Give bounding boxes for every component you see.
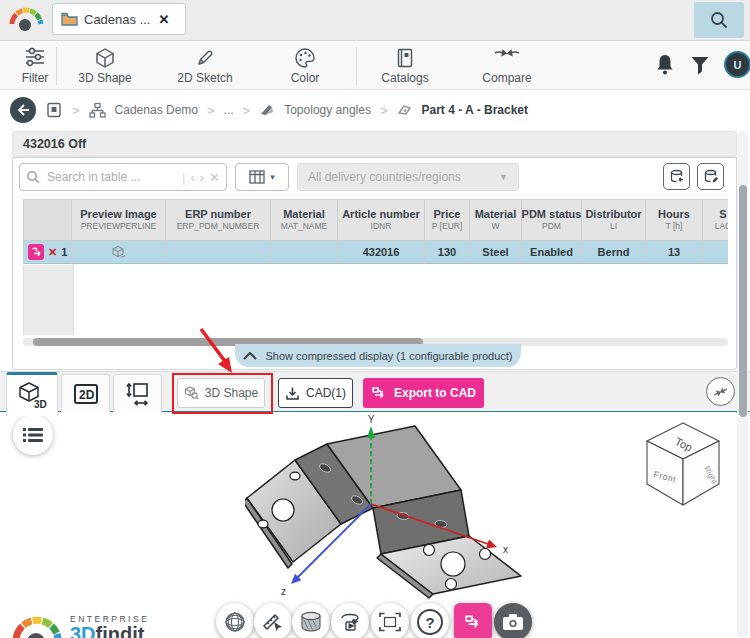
cell-hours[interactable]: 13 [646, 241, 703, 264]
cell-material-name[interactable] [271, 241, 338, 264]
column-header[interactable]: MaterialW [470, 199, 522, 241]
logo-3dfindit-label: 3Dfindit [70, 624, 149, 638]
user-avatar[interactable]: U [724, 51, 750, 78]
document-tab[interactable]: Cadenas ... ✕ [52, 3, 186, 35]
catalog-home-icon[interactable] [45, 101, 63, 119]
axis-label-y: Y [368, 414, 375, 425]
column-header[interactable]: SLAC [703, 199, 728, 241]
animation-button[interactable] [331, 603, 369, 638]
cell-erp-number[interactable] [166, 241, 271, 264]
cell-price[interactable]: 130 [425, 241, 470, 264]
wireframe-mode-button[interactable] [216, 603, 254, 638]
breadcrumb-item-part[interactable]: Part 4 - A - Bracket [422, 103, 528, 117]
svg-text:3D: 3D [34, 399, 47, 410]
export-cad-icon [371, 386, 388, 401]
fit-view-button[interactable] [371, 603, 409, 638]
back-button[interactable] [10, 97, 36, 123]
tab-close-icon[interactable]: ✕ [159, 12, 170, 27]
cell-s[interactable] [703, 241, 728, 264]
column-header[interactable]: PriceP [EUR] [425, 199, 470, 241]
measure-button[interactable] [254, 603, 292, 638]
axis-label-x: x [503, 544, 508, 555]
arrow-left-icon [17, 104, 30, 116]
model-list-button[interactable] [13, 415, 53, 455]
filter-funnel-icon[interactable] [690, 54, 710, 76]
svg-text:2D: 2D [79, 388, 95, 402]
breadcrumb: > Cadenas Demo > ... > Topology angles >… [0, 90, 750, 130]
search-prev-button[interactable]: ‹ [190, 170, 194, 185]
column-header[interactable]: HoursT [h] [646, 199, 703, 241]
compressed-display-toggle[interactable]: Show compressed display (1 configurable … [235, 344, 521, 367]
search-input[interactable] [45, 169, 177, 185]
render-mode-button[interactable] [292, 603, 330, 638]
toolbar-item-color[interactable]: Color [262, 44, 348, 88]
row-delete-icon[interactable]: ✕ [48, 246, 57, 259]
bracket-3d-model[interactable]: Y x z [245, 414, 535, 614]
viewer-3d-canvas[interactable]: Y x z Top Front Right [0, 412, 750, 638]
column-header[interactable]: DistributorLI [582, 199, 646, 241]
chevron-down-icon: ▾ [270, 172, 275, 182]
export-to-cad-tool-button[interactable] [454, 603, 492, 638]
toolbar-item-2d-sketch[interactable]: 2D Sketch [162, 44, 248, 88]
column-header[interactable]: Article numberIDNR [338, 199, 425, 241]
column-header[interactable]: PDM statusPDM [522, 199, 582, 241]
table-row[interactable]: ✕ 1 432016 130 Steel Enabled [23, 241, 728, 264]
cell-pdm-status[interactable]: Enabled [522, 241, 582, 264]
table-export-button[interactable] [663, 163, 690, 190]
tab-3d-view[interactable]: 3D [6, 372, 58, 416]
notifications-bell-icon[interactable] [654, 53, 676, 77]
export-to-cad-button[interactable]: Export to CAD [363, 378, 484, 408]
brand-gauge-logo [8, 6, 44, 36]
preview-cube-icon [111, 245, 126, 259]
search-icon [709, 10, 729, 30]
view-cube[interactable]: Top Front Right [636, 418, 730, 512]
search-next-button[interactable]: › [200, 170, 204, 185]
toolbar-item-catalogs[interactable]: Catalogs [362, 44, 448, 88]
help-button[interactable]: ? [411, 603, 449, 638]
tab-2d-view[interactable]: 2D [61, 374, 110, 412]
mesh-sphere-icon [223, 610, 247, 634]
table-edit-button[interactable] [697, 163, 724, 190]
cell-distributor[interactable]: Bernd [582, 241, 646, 264]
breadcrumb-item-catalog[interactable]: Cadenas Demo [115, 103, 198, 117]
breadcrumb-item-family[interactable]: Topology angles [284, 103, 371, 117]
collapse-panel-button[interactable] [706, 377, 735, 406]
cell-material[interactable]: Steel [470, 241, 522, 264]
cad-download-button[interactable]: CAD(1) [278, 378, 353, 408]
table-columns-icon [249, 170, 265, 184]
cell-preview[interactable] [72, 241, 166, 264]
search-clear-button[interactable]: ✕ [209, 170, 220, 185]
database-arrow-icon [669, 169, 685, 185]
dimensions-icon [125, 381, 151, 407]
turntable-play-icon [338, 610, 362, 634]
camera-icon [502, 613, 524, 631]
product-header: 432016 Off [12, 131, 737, 157]
country-filter-select[interactable]: All delivery countries/regions ▼ [297, 163, 519, 191]
table-gutter-column [23, 265, 74, 335]
column-header[interactable]: Preview ImagePREVIEWPERLINE [72, 199, 166, 241]
cell-article-number[interactable]: 432016 [338, 241, 425, 264]
column-header[interactable]: ERP numberERP_PDM_NUMBER [166, 199, 271, 241]
row-export-to-cad-icon[interactable] [28, 244, 44, 260]
page-vertical-scrollbar[interactable] [737, 131, 748, 638]
chevron-up-icon [243, 352, 257, 360]
row-gutter: ✕ 1 [23, 241, 72, 264]
breadcrumb-item-ellipsis[interactable]: ... [224, 103, 234, 117]
screenshot-button[interactable] [494, 603, 532, 638]
row-index: 1 [61, 246, 67, 258]
axis-label-z: z [281, 586, 286, 597]
toolbar-item-compare[interactable]: Compare [464, 44, 550, 88]
toolbar-item-3d-shape[interactable]: 3D Shape [62, 44, 148, 88]
global-search-button[interactable] [694, 2, 744, 38]
search-divider: | [182, 170, 185, 185]
topology-angle-icon [259, 103, 275, 117]
filter-sliders-icon [24, 47, 46, 67]
parts-table-panel: | ‹ › ✕ ▾ All delivery countries/regions… [12, 157, 737, 370]
tab-dimensions-view[interactable] [113, 374, 162, 412]
annotation-highlight-box [172, 373, 273, 414]
top-bar: Cadenas ... ✕ [0, 0, 750, 41]
column-header[interactable]: MaterialMAT_NAME [271, 199, 338, 241]
scrollbar-thumb[interactable] [739, 185, 747, 417]
compare-arrows-icon [494, 47, 520, 67]
column-chooser-button[interactable]: ▾ [235, 163, 289, 191]
